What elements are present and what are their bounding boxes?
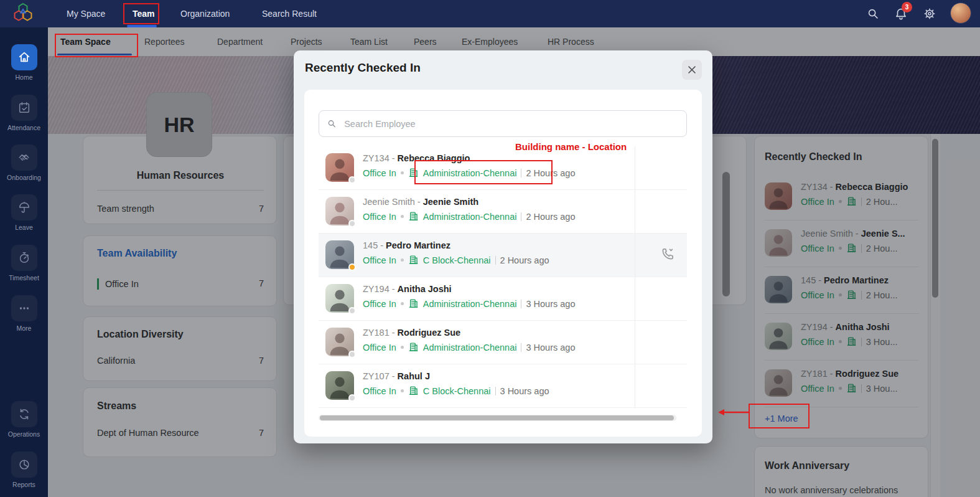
- status-dot: [348, 263, 356, 271]
- app-screen: My Space Team Organization Search Result…: [0, 0, 980, 497]
- checkin-location[interactable]: Administration-Chennai: [423, 168, 517, 178]
- timesheet-stopwatch-icon: [11, 245, 37, 271]
- dot-separator: [401, 258, 404, 262]
- notification-count-badge: 3: [902, 2, 912, 12]
- sidebar-item-more[interactable]: More: [0, 295, 48, 332]
- pipe-separator: [521, 212, 521, 221]
- building-icon: [408, 386, 419, 396]
- onboarding-handshake-icon: [11, 144, 37, 171]
- list-column-divider: [635, 146, 635, 408]
- pipe-separator: [521, 169, 521, 178]
- sidebar-item-timesheet[interactable]: Timesheet: [0, 245, 48, 282]
- pipe-separator: [521, 300, 521, 308]
- employee-search-box: [319, 110, 687, 137]
- avatar: [325, 284, 354, 313]
- nav-item-team[interactable]: Team: [133, 0, 155, 27]
- sidebar-item-home[interactable]: Home: [0, 44, 48, 81]
- dot-separator: [401, 215, 404, 218]
- dot-separator: [401, 389, 404, 392]
- sidebar-item-operations[interactable]: Operations: [0, 401, 48, 438]
- employee-row[interactable]: 145 - Pedro Martinez Office In C Block-C…: [319, 234, 687, 277]
- sidebar-item-leave[interactable]: Leave: [0, 194, 48, 231]
- search-icon[interactable]: [866, 7, 880, 21]
- nav-item-organization[interactable]: Organization: [180, 0, 230, 27]
- more-ellipsis-icon: [11, 295, 37, 321]
- modal-body: ZY134 - Rebecca Biaggio Office In Admini…: [304, 90, 702, 437]
- building-icon: [408, 342, 419, 353]
- call-phone-icon[interactable]: [660, 246, 676, 265]
- modal-hscrollbar-thumb[interactable]: [320, 415, 674, 420]
- status-dot: [348, 220, 356, 227]
- checkin-location[interactable]: C Block-Chennai: [423, 255, 491, 265]
- dot-separator: [401, 171, 404, 174]
- sidebar-item-reports[interactable]: Reports: [0, 452, 48, 488]
- pipe-separator: [521, 343, 521, 352]
- close-icon[interactable]: [682, 60, 702, 80]
- checkin-location[interactable]: Administration-Chennai: [423, 299, 517, 309]
- nav-item-my-space[interactable]: My Space: [67, 0, 105, 27]
- leave-umbrella-icon: [11, 194, 37, 220]
- search-employee-input[interactable]: [343, 118, 679, 130]
- avatar: [325, 328, 354, 356]
- checkin-location[interactable]: C Block-Chennai: [423, 386, 491, 396]
- dot-separator: [401, 302, 404, 305]
- avatar: [325, 197, 354, 225]
- status-dot: [348, 394, 356, 402]
- nav-item-search-result[interactable]: Search Result: [262, 0, 317, 27]
- building-icon: [408, 298, 419, 309]
- sidebar-item-onboarding[interactable]: Onboarding: [0, 144, 48, 181]
- building-icon: [408, 211, 419, 222]
- employee-row[interactable]: ZY107 - Rahul J Office In C Block-Chenna…: [319, 364, 687, 408]
- modal-title: Recently Checked In: [305, 61, 421, 75]
- search-icon: [327, 118, 337, 129]
- avatar: [325, 153, 354, 182]
- zoho-people-logo-icon[interactable]: [11, 2, 35, 28]
- annotation-building-location-label: Building name - Location: [515, 141, 627, 152]
- recently-checked-in-modal: Recently Checked In ZY134 - Rebecca Biag…: [294, 50, 712, 443]
- reports-pie-chart-icon: [11, 452, 37, 478]
- employee-row[interactable]: ZY181 - Rodriguez Sue Office In Administ…: [319, 321, 687, 364]
- attendance-calendar-icon: [11, 95, 37, 121]
- user-avatar[interactable]: [950, 2, 971, 24]
- left-sidebar: Home Attendance Onboarding: [0, 27, 48, 497]
- pipe-separator: [495, 256, 496, 265]
- settings-gear-icon[interactable]: [923, 7, 936, 21]
- pipe-separator: [495, 387, 496, 395]
- building-icon: [408, 255, 419, 265]
- sidebar-item-attendance[interactable]: Attendance: [0, 95, 48, 131]
- status-dot: [348, 176, 356, 184]
- operations-sync-icon: [11, 401, 37, 427]
- status-dot: [348, 307, 356, 315]
- modal-hscrollbar-track[interactable]: [319, 415, 676, 421]
- top-navigation-bar: My Space Team Organization Search Result…: [0, 0, 980, 27]
- building-icon: [408, 168, 419, 178]
- avatar: [325, 371, 354, 400]
- dot-separator: [401, 346, 404, 349]
- avatar: [325, 240, 354, 269]
- employee-row[interactable]: ZY194 - Anitha Joshi Office In Administr…: [319, 277, 687, 321]
- employee-row[interactable]: Jeenie Smith - Jeenie Smith Office In Ad…: [319, 190, 687, 234]
- employee-row[interactable]: ZY134 - Rebecca Biaggio Office In Admini…: [319, 146, 687, 190]
- checkin-location[interactable]: Administration-Chennai: [423, 343, 517, 353]
- checkin-location[interactable]: Administration-Chennai: [423, 212, 517, 222]
- status-dot: [348, 351, 356, 358]
- home-icon: [11, 44, 37, 70]
